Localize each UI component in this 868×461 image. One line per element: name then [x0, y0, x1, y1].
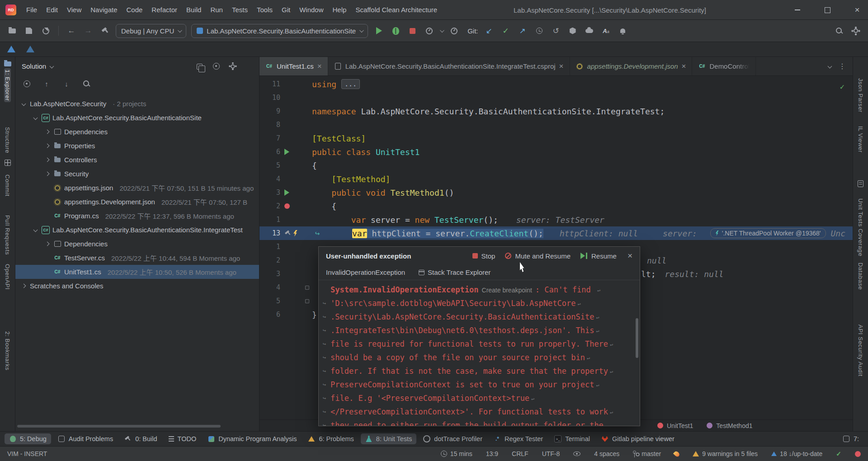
layers-icon[interactable]: [196, 62, 204, 70]
explorer-folder-icon[interactable]: [4, 61, 11, 66]
tree-item-appsettings-json[interactable]: appsettings.json2022/5/21 下午 07:50, 151 …: [15, 181, 259, 195]
tool-stripe-structure[interactable]: Structure: [4, 126, 11, 155]
tree-item-properties[interactable]: Properties: [15, 139, 259, 153]
status-eye[interactable]: [573, 452, 580, 456]
build-hammer-icon[interactable]: [99, 25, 111, 37]
mute-and-resume-button[interactable]: Mute and Resume: [505, 252, 571, 260]
analysis-widget-icon[interactable]: [7, 46, 15, 52]
code-line[interactable]: 6public class UnitTest1: [259, 145, 853, 159]
tree-item-security[interactable]: Security: [15, 167, 259, 181]
minimize-button[interactable]: [793, 5, 802, 14]
tool-stripe-commit[interactable]: Commit: [4, 173, 11, 198]
tool-stripe-api-security-audit[interactable]: API Security Audit: [857, 323, 864, 378]
code-line[interactable]: 4 [TestMethod]: [259, 172, 853, 186]
tab-appsettings-development-json[interactable]: appsettings.Development.json: [570, 57, 693, 75]
menu-item-window[interactable]: Window: [295, 4, 328, 15]
close-icon[interactable]: [682, 62, 686, 70]
git-update-icon[interactable]: ↙: [483, 25, 495, 37]
toolwindow-gitlab-pipeline-viewer[interactable]: Gitlab pipeline viewer: [597, 433, 679, 444]
code-text[interactable]: public void TestMethod1(): [312, 186, 853, 199]
tool-stripe-il-viewer[interactable]: IL Viewer: [857, 125, 864, 154]
chevron-right-icon[interactable]: [43, 130, 51, 133]
status-check[interactable]: [836, 450, 841, 457]
code-text[interactable]: {: [312, 159, 853, 172]
tree-item-program-cs[interactable]: Program.cs2022/5/22 下午 12:37, 596 B Mome…: [15, 209, 259, 223]
tool-stripe-json-parser[interactable]: Json Parser: [857, 77, 864, 114]
tool-stripe-unit-tests-coverage[interactable]: Unit Tests Coverage: [857, 197, 864, 258]
chevron-right-icon[interactable]: [43, 172, 51, 175]
menu-item-scaffold-clean-architecture[interactable]: Scaffold Clean Architecture: [351, 4, 442, 15]
chevron-down-icon[interactable]: [440, 28, 444, 33]
toolwindow-terminal[interactable]: Terminal: [550, 433, 594, 444]
status-9-warnings-in-5-files[interactable]: 9 warnings in 5 files: [693, 450, 758, 457]
tree-item-appsettings-development-json[interactable]: appsettings.Development.json2022/5/21 下午…: [15, 195, 259, 209]
menu-item-build[interactable]: Build: [182, 4, 206, 15]
inspection-widget-icon[interactable]: [26, 46, 34, 52]
tab-lab-aspnetcore-security-basicauthenticationsite-integratetest-csproj[interactable]: Lab.AspNetCore.Security.BasicAuthenticat…: [328, 57, 570, 75]
code-text[interactable]: var httpClient = server.CreateClient();h…: [312, 226, 853, 240]
solution-panel-title[interactable]: Solution: [22, 62, 46, 70]
code-line[interactable]: 2 {: [259, 199, 853, 213]
collapse-all-icon[interactable]: ↓: [62, 80, 71, 88]
notebook-icon[interactable]: [858, 180, 863, 187]
breadcrumb-testmethod1[interactable]: TestMethod1: [707, 422, 752, 429]
menu-item-run[interactable]: Run: [206, 4, 227, 15]
status-13-9[interactable]: 13:9: [486, 450, 498, 457]
tree-item-controllers[interactable]: Controllers: [15, 153, 259, 167]
tree-item-testserver-cs[interactable]: TestServer.cs2022/5/22 上午 10:44, 594 B M…: [15, 251, 259, 265]
toolwindow-8-unit-tests[interactable]: 8: Unit Tests: [361, 433, 417, 444]
profiler-icon[interactable]: [448, 25, 460, 37]
status-utf-8[interactable]: UTF-8: [542, 450, 560, 457]
status-15-mins[interactable]: 15 mins: [441, 450, 472, 457]
code-line[interactable]: 13 var httpClient = server.CreateClient(…: [259, 226, 853, 240]
maximize-button[interactable]: [823, 5, 832, 14]
status-18-up-to-date[interactable]: 18 ↓/up-to-date: [771, 450, 822, 457]
tool-stripe-pull-requests[interactable]: Pull Requests: [4, 214, 11, 256]
expand-all-icon[interactable]: ↑: [42, 80, 51, 88]
menu-item-tools[interactable]: Tools: [252, 4, 277, 15]
code-line[interactable]: 11using ...: [259, 77, 853, 91]
rollback-icon[interactable]: ↺: [550, 25, 562, 37]
fold-marker-icon[interactable]: [305, 299, 309, 303]
chevron-right-icon[interactable]: [20, 284, 27, 287]
stop-button[interactable]: [406, 25, 418, 37]
toolwindow-5-debug[interactable]: 5: Debug: [5, 433, 51, 444]
chevron-right-icon[interactable]: [43, 158, 51, 161]
menu-item-code[interactable]: Code: [122, 4, 147, 15]
close-icon[interactable]: [627, 251, 632, 261]
toolwindow-regex-tester[interactable]: Regex Tester: [489, 433, 547, 444]
forward-icon[interactable]: →: [82, 25, 94, 37]
horizontal-scrollbar[interactable]: [17, 425, 221, 428]
code-text[interactable]: public class UnitTest1: [312, 145, 853, 159]
notifications-icon[interactable]: [617, 25, 629, 37]
toolwindow-audit-problems[interactable]: Audit Problems: [53, 433, 118, 444]
grid-icon[interactable]: [5, 160, 11, 166]
chevron-right-icon[interactable]: [43, 242, 51, 245]
popup-scrollbar[interactable]: [636, 318, 638, 358]
build-marker-icon[interactable]: [284, 230, 291, 237]
stop-session-button[interactable]: Stop: [472, 252, 495, 260]
menu-item-file[interactable]: File: [22, 4, 42, 15]
breadcrumb-unittest1[interactable]: UnitTest1: [657, 422, 693, 429]
exception-message[interactable]: System.InvalidOperationExceptionCreate b…: [319, 280, 640, 426]
chevron-down-icon[interactable]: [20, 102, 27, 105]
tool-stripe-1-explorer[interactable]: 1: Explorer: [4, 68, 11, 102]
menu-item-view[interactable]: View: [62, 4, 86, 15]
back-icon[interactable]: ←: [66, 25, 77, 37]
code-text[interactable]: [312, 91, 853, 104]
chevron-right-icon[interactable]: [43, 144, 51, 147]
code-text[interactable]: var server = new TestServer();server: Te…: [312, 213, 853, 226]
coverage-icon[interactable]: [423, 25, 435, 37]
tool-stripe-database[interactable]: Database: [857, 261, 864, 291]
toolwindow-7[interactable]: 7:: [838, 433, 863, 444]
tree-item-dependencies[interactable]: Dependencies: [15, 237, 259, 251]
code-line[interactable]: 1 var server = new TestServer();server: …: [259, 213, 853, 226]
code-text[interactable]: [TestClass]: [312, 132, 853, 145]
run-test-icon[interactable]: [284, 189, 289, 196]
tool-stripe-2-bookmarks[interactable]: 2: Bookmarks: [4, 330, 11, 372]
code-line[interactable]: 9namespace Lab.AspNetCore.Security.Basic…: [259, 104, 853, 118]
toolwindow-0-build[interactable]: 0: Build: [120, 433, 161, 444]
breakpoint-icon[interactable]: [284, 203, 290, 209]
solution-configuration-select[interactable]: Debug | Any CPU: [116, 24, 186, 38]
code-line[interactable]: 8: [259, 118, 853, 132]
